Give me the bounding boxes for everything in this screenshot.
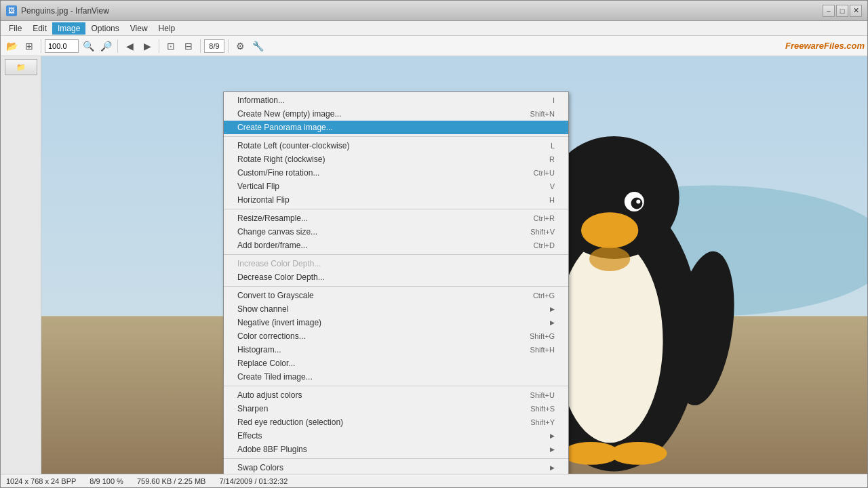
menu-item-horizontal-flip[interactable]: Horizontal FlipH xyxy=(224,193,568,207)
menu-item-label: Vertical Flip xyxy=(237,182,279,191)
titlebar-controls: − □ ✕ xyxy=(823,5,862,17)
menu-shortcut: Ctrl+D xyxy=(534,241,555,249)
menu-item-vertical-flip[interactable]: Vertical FlipV xyxy=(224,180,568,193)
thumbnail-button[interactable]: ⊞ xyxy=(21,38,37,54)
menu-item-decrease-color[interactable]: Decrease Color Depth... xyxy=(224,270,568,284)
close-button[interactable]: ✕ xyxy=(850,5,862,17)
menu-item-label: Swap Colors xyxy=(237,463,283,472)
menu-item-label: Create New (empty) image... xyxy=(237,109,341,119)
submenu-arrow-icon: ▶ xyxy=(550,319,555,326)
menu-item-convert-grayscale[interactable]: Convert to GrayscaleCtrl+G xyxy=(224,289,568,302)
zoom-in-button[interactable]: 🔎 xyxy=(98,38,114,54)
menu-item-add-border[interactable]: Add border/frame...Ctrl+D xyxy=(224,239,568,252)
menu-item-information[interactable]: Information...I xyxy=(224,94,568,107)
menu-item-negative[interactable]: Negative (invert image)▶ xyxy=(224,316,568,329)
menubar: File Edit Image Options View Help xyxy=(1,21,867,36)
minimize-button[interactable]: − xyxy=(823,5,835,17)
menu-item-swap-colors[interactable]: Swap Colors▶ xyxy=(224,461,568,474)
menu-item-increase-color: Increase Color Depth... xyxy=(224,257,568,270)
svg-point-20 xyxy=(631,198,642,209)
menu-shortcut: L xyxy=(551,142,555,150)
svg-point-25 xyxy=(610,442,667,465)
status-date: 7/14/2009 / 01:32:32 xyxy=(219,477,288,485)
next-button[interactable]: ▶ xyxy=(139,38,155,54)
menu-item-change-canvas[interactable]: Change canvas size...Shift+V xyxy=(224,225,568,239)
menu-item-label: Rotate Left (counter-clockwise) xyxy=(237,141,349,150)
menu-item-label: Create Panorama image... xyxy=(237,123,333,132)
menu-item-resize-resample[interactable]: Resize/Resample...Ctrl+R xyxy=(224,211,568,225)
menu-item-label: Add border/frame... xyxy=(237,241,307,250)
menu-item-label: Change canvas size... xyxy=(237,227,317,237)
logo-text: FreewareFiles.com xyxy=(785,41,865,51)
menu-item-label: Negative (invert image) xyxy=(237,318,321,327)
menu-item-label: Auto adjust colors xyxy=(237,390,302,400)
menu-image[interactable]: Image xyxy=(52,22,85,35)
menu-item-rotate-right[interactable]: Rotate Right (clockwise)R xyxy=(224,152,568,166)
menu-item-create-new[interactable]: Create New (empty) image...Shift+N xyxy=(224,107,568,121)
status-filesize: 759.60 KB / 2.25 MB xyxy=(137,477,206,485)
image-display: Information...ICreate New (empty) image.… xyxy=(41,56,867,474)
menu-shortcut: Ctrl+U xyxy=(534,169,555,177)
submenu-arrow-icon: ▶ xyxy=(550,432,555,439)
menu-shortcut: Shift+S xyxy=(530,405,555,413)
menu-item-custom-rotation[interactable]: Custom/Fine rotation...Ctrl+U xyxy=(224,166,568,180)
svg-point-23 xyxy=(589,247,630,271)
zoom-input[interactable] xyxy=(45,39,79,53)
menu-item-create-tiled[interactable]: Create Tiled image... xyxy=(224,370,568,384)
titlebar: 🖼 Penguins.jpg - IrfanView − □ ✕ xyxy=(1,1,867,21)
menu-item-label: Convert to Grayscale xyxy=(237,291,314,300)
menu-options[interactable]: Options xyxy=(85,22,124,35)
app-icon: 🖼 xyxy=(6,5,17,16)
menu-item-create-panorama[interactable]: Create Panorama image... xyxy=(224,121,568,134)
svg-point-22 xyxy=(581,212,638,248)
menu-separator xyxy=(224,254,568,255)
fit-button[interactable]: ⊡ xyxy=(163,38,179,54)
actual-size-button[interactable]: ⊟ xyxy=(180,38,197,54)
main-window: 🖼 Penguins.jpg - IrfanView − □ ✕ File Ed… xyxy=(0,0,868,488)
menu-item-red-eye[interactable]: Red eye reduction (selection)Shift+Y xyxy=(224,415,568,429)
menu-shortcut: Shift+G xyxy=(530,332,555,340)
menu-help[interactable]: Help xyxy=(153,22,181,35)
menu-item-histogram[interactable]: Histogram...Shift+H xyxy=(224,343,568,357)
menu-file[interactable]: File xyxy=(3,22,27,35)
sidebar-btn-1[interactable]: 📁 xyxy=(5,59,37,75)
toolbar: 📂 ⊞ 🔍 🔎 ◀ ▶ ⊡ ⊟ 8/9 ⚙ 🔧 FreewareFiles.co… xyxy=(1,36,867,56)
status-nav: 8/9 100 % xyxy=(90,477,123,485)
zoom-out-button[interactable]: 🔍 xyxy=(80,38,96,54)
menu-separator xyxy=(224,458,568,459)
menu-edit[interactable]: Edit xyxy=(27,22,52,35)
menu-item-label: Effects xyxy=(237,431,262,441)
menu-view[interactable]: View xyxy=(125,22,153,35)
menu-item-show-channel[interactable]: Show channel▶ xyxy=(224,302,568,316)
settings-button[interactable]: ⚙ xyxy=(232,38,248,54)
menu-item-label: Decrease Color Depth... xyxy=(237,272,325,282)
menu-item-label: Show channel xyxy=(237,304,288,314)
content-area: 📁 xyxy=(1,56,867,474)
menu-item-label: Create Tiled image... xyxy=(237,372,313,382)
svg-point-21 xyxy=(636,200,640,204)
toolbar-sep3 xyxy=(159,39,159,53)
extra-button[interactable]: 🔧 xyxy=(250,38,266,54)
menu-shortcut: Shift+N xyxy=(530,110,555,118)
menu-item-rotate-left[interactable]: Rotate Left (counter-clockwise)L xyxy=(224,139,568,152)
prev-button[interactable]: ◀ xyxy=(121,38,138,54)
menu-shortcut: Shift+Y xyxy=(530,418,555,426)
statusbar: 1024 x 768 x 24 BPP 8/9 100 % 759.60 KB … xyxy=(1,474,867,487)
maximize-button[interactable]: □ xyxy=(836,5,848,17)
menu-item-label: Horizontal Flip xyxy=(237,195,290,205)
menu-item-adobe-plugins[interactable]: Adobe 8BF Plugins▶ xyxy=(224,443,568,456)
menu-item-auto-adjust[interactable]: Auto adjust colorsShift+U xyxy=(224,388,568,402)
open-button[interactable]: 📂 xyxy=(3,38,20,54)
menu-shortcut: Ctrl+G xyxy=(533,291,555,300)
menu-item-sharpen[interactable]: SharpenShift+S xyxy=(224,402,568,415)
menu-item-color-corrections[interactable]: Color corrections...Shift+G xyxy=(224,329,568,343)
toolbar-sep1 xyxy=(41,39,41,53)
titlebar-left: 🖼 Penguins.jpg - IrfanView xyxy=(6,5,109,16)
menu-separator xyxy=(224,209,568,209)
menu-shortcut: Ctrl+R xyxy=(534,214,555,222)
toolbar-sep2 xyxy=(117,39,118,53)
menu-item-replace-color[interactable]: Replace Color... xyxy=(224,357,568,370)
menu-item-label: Resize/Resample... xyxy=(237,214,308,223)
nav-indicator: 8/9 xyxy=(204,39,224,53)
menu-item-effects[interactable]: Effects▶ xyxy=(224,429,568,443)
